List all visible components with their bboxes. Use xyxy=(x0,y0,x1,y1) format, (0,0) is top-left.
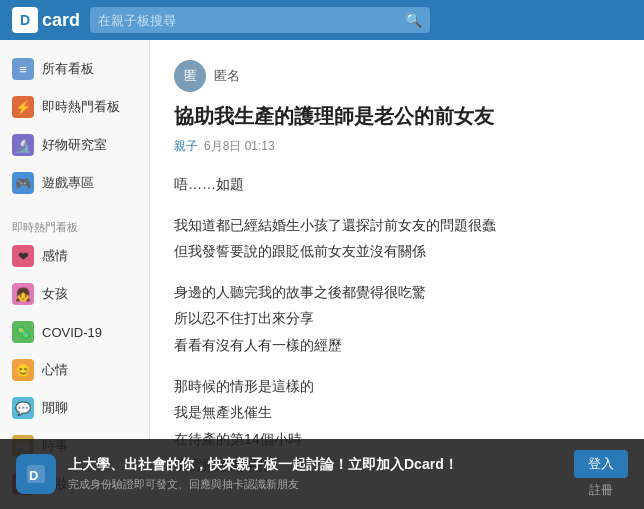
logo-icon: D xyxy=(12,7,38,33)
board-icon: ≡ xyxy=(12,58,34,80)
banner-main-text: 上大學、出社會的你，快來親子板一起討論！立即加入Dcard！ xyxy=(68,456,562,474)
post-title: 協助我生產的護理師是老公的前女友 xyxy=(174,102,620,130)
avatar: 匿 xyxy=(174,60,206,92)
post-para-1: 唔……如題 xyxy=(174,171,620,198)
research-icon: 🔬 xyxy=(12,134,34,156)
logo-letter: D xyxy=(20,12,30,28)
logo-text: card xyxy=(42,10,80,31)
game-icon: 🎮 xyxy=(12,172,34,194)
chat-icon: 💬 xyxy=(12,397,34,419)
sidebar-item-chat[interactable]: 💬 閒聊 xyxy=(0,389,149,427)
search-input[interactable] xyxy=(98,13,399,28)
covid-icon: 🦠 xyxy=(12,321,34,343)
sidebar-item-love[interactable]: ❤ 感情 xyxy=(0,237,149,275)
logo[interactable]: D card xyxy=(12,7,80,33)
love-icon: ❤ xyxy=(12,245,34,267)
post-para-3: 身邊的人聽完我的故事之後都覺得很吃驚所以忍不住打出來分享看看有沒有人有一樣的經歷 xyxy=(174,279,620,359)
banner-text-block: 上大學、出社會的你，快來親子板一起討論！立即加入Dcard！ 完成身份驗證即可發… xyxy=(68,456,562,492)
hot-section-label: 即時熱門看板 xyxy=(0,216,149,237)
banner-icon: D xyxy=(16,454,56,494)
banner-sub-text: 完成身份驗證即可發文、回應與抽卡認識新朋友 xyxy=(68,477,562,492)
login-button[interactable]: 登入 xyxy=(574,450,628,478)
search-bar: 🔍 xyxy=(90,7,430,33)
anon-label: 匿名 xyxy=(214,67,240,85)
post-header: 匿 匿名 xyxy=(174,60,620,92)
sidebar-item-hot-now[interactable]: ⚡ 即時熱門看板 xyxy=(0,88,149,126)
bottom-banner: D 上大學、出社會的你，快來親子板一起討論！立即加入Dcard！ 完成身份驗證即… xyxy=(0,439,644,509)
post-para-2: 我知道都已經結婚生小孩了還探討前女友的問題很蠢但我發誓要說的跟貶低前女友並沒有關… xyxy=(174,212,620,265)
post-board[interactable]: 親子 xyxy=(174,138,198,155)
dcard-banner-icon: D xyxy=(24,462,48,486)
girl-icon: 👧 xyxy=(12,283,34,305)
sidebar-item-research[interactable]: 🔬 好物研究室 xyxy=(0,126,149,164)
topbar: D card 🔍 xyxy=(0,0,644,40)
register-button[interactable]: 註冊 xyxy=(589,482,613,499)
sidebar-item-girl[interactable]: 👧 女孩 xyxy=(0,275,149,313)
sidebar-item-all-boards[interactable]: ≡ 所有看板 xyxy=(0,50,149,88)
post-body: 唔……如題 我知道都已經結婚生小孩了還探討前女友的問題很蠢但我發誓要說的跟貶低前… xyxy=(174,171,620,479)
mood-icon: 😊 xyxy=(12,359,34,381)
hot-icon: ⚡ xyxy=(12,96,34,118)
post-date: 6月8日 01:13 xyxy=(204,138,275,155)
sidebar-item-game[interactable]: 🎮 遊戲專區 xyxy=(0,164,149,202)
sidebar-item-covid[interactable]: 🦠 COVID-19 xyxy=(0,313,149,351)
post-meta: 親子 6月8日 01:13 xyxy=(174,138,620,155)
sidebar-item-mood[interactable]: 😊 心情 xyxy=(0,351,149,389)
banner-actions: 登入 註冊 xyxy=(574,450,628,499)
sidebar-nav-section: ≡ 所有看板 ⚡ 即時熱門看板 🔬 好物研究室 🎮 遊戲專區 xyxy=(0,40,149,206)
search-button[interactable]: 🔍 xyxy=(405,12,422,28)
svg-text:D: D xyxy=(29,468,38,483)
